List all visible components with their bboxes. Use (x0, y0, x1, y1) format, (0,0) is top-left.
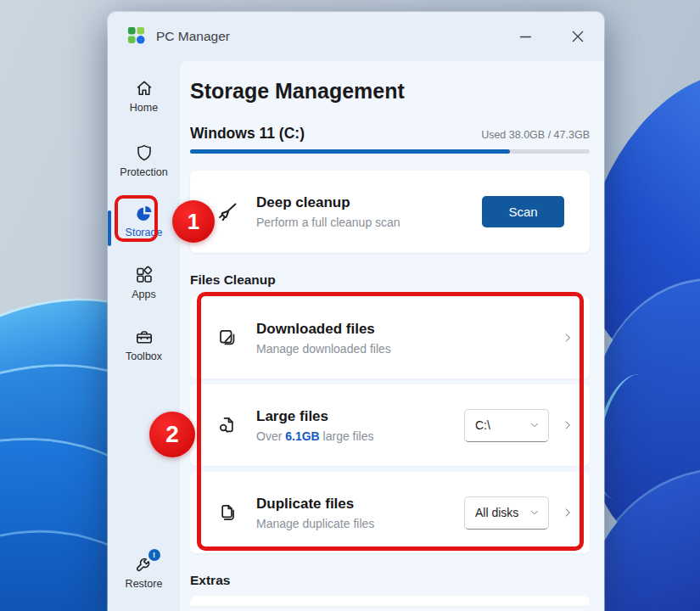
window-controls (512, 12, 591, 61)
drive-usage-bar (190, 149, 590, 154)
home-icon (134, 78, 154, 98)
sidebar-item-toolbox[interactable]: Toolbox (108, 327, 180, 362)
sidebar-item-label: Apps (132, 289, 156, 300)
chevron-right-icon[interactable] (562, 419, 574, 431)
titlebar: PC Manager (108, 12, 604, 61)
sidebar-item-label: Home (130, 102, 158, 114)
row-subtitle: Manage duplicate files (256, 517, 374, 530)
scan-button[interactable]: Scan (482, 196, 564, 227)
files-cleanup-list: Downloaded files Manage downloaded files (190, 297, 590, 553)
deep-cleanup-subtitle: Perform a full cleanup scan (256, 216, 400, 229)
disk-dropdown-value: All disks (475, 506, 518, 519)
row-duplicate-files[interactable]: Duplicate files Manage duplicate files A… (190, 472, 590, 553)
disk-dropdown[interactable]: C:\ (464, 409, 549, 442)
annotation-step-1: 1 (172, 200, 215, 243)
chevron-down-icon (529, 420, 540, 430)
sidebar-item-restore[interactable]: ! Restore (108, 554, 180, 590)
row-downloaded-files[interactable]: Downloaded files Manage downloaded files (190, 297, 590, 378)
drive-usage-fill (190, 149, 510, 154)
drive-usage-label: Used 38.0GB / 47.3GB (481, 129, 590, 143)
row-title: Downloaded files (256, 321, 391, 338)
shield-icon (134, 143, 154, 163)
sidebar-item-label: Restore (126, 578, 163, 590)
chevron-right-icon[interactable] (562, 332, 574, 344)
large-files-icon (216, 414, 238, 436)
disk-dropdown[interactable]: All disks (464, 496, 549, 530)
chevron-down-icon (529, 507, 540, 518)
wrench-icon: ! (134, 554, 154, 575)
close-icon[interactable] (565, 24, 591, 49)
row-large-files[interactable]: Large files Over 6.1GB large files C:\ (190, 384, 590, 466)
extras-card-edge (190, 596, 590, 606)
annotation-step-2: 2 (149, 412, 195, 457)
minimize-icon[interactable] (512, 24, 538, 49)
storage-pie-icon (134, 203, 154, 223)
sidebar-item-home[interactable]: Home (108, 78, 180, 114)
row-title: Large files (256, 408, 374, 425)
deep-cleanup-card: Deep cleanup Perform a full cleanup scan… (190, 171, 590, 253)
downloaded-files-icon (216, 327, 238, 349)
sidebar-item-protection[interactable]: Protection (108, 143, 180, 178)
drive-section: Windows 11 (C:) Used 38.0GB / 47.3GB (190, 125, 590, 154)
toolbox-icon (134, 327, 154, 347)
sidebar-item-label: Storage (126, 227, 163, 238)
sidebar-item-storage[interactable]: Storage (108, 203, 180, 238)
extras-heading: Extras (190, 573, 590, 588)
main-panel: Storage Management Windows 11 (C:) Used … (180, 61, 604, 611)
sidebar-item-apps[interactable]: Apps (108, 265, 180, 300)
broom-icon (215, 199, 240, 225)
notification-badge: ! (148, 549, 160, 561)
sidebar-item-label: Protection (120, 166, 167, 178)
sidebar: Home Protection Storage Apps (108, 61, 180, 611)
sidebar-item-label: Toolbox (126, 350, 162, 362)
chevron-right-icon[interactable] (562, 507, 574, 519)
row-subtitle: Manage downloaded files (256, 342, 391, 356)
row-title: Duplicate files (256, 496, 374, 513)
row-subtitle: Over 6.1GB large files (256, 429, 374, 443)
files-cleanup-heading: Files Cleanup (190, 272, 590, 288)
apps-grid-icon (134, 265, 154, 285)
duplicate-files-icon (216, 502, 238, 524)
app-title: PC Manager (156, 29, 230, 44)
large-files-size: 6.1GB (285, 429, 319, 443)
deep-cleanup-title: Deep cleanup (256, 194, 400, 211)
app-logo-icon (126, 25, 146, 48)
page-title: Storage Management (190, 79, 590, 104)
disk-dropdown-value: C:\ (475, 418, 490, 432)
drive-name: Windows 11 (C:) (190, 125, 305, 143)
pc-manager-window: PC Manager Home Protection (108, 12, 604, 611)
